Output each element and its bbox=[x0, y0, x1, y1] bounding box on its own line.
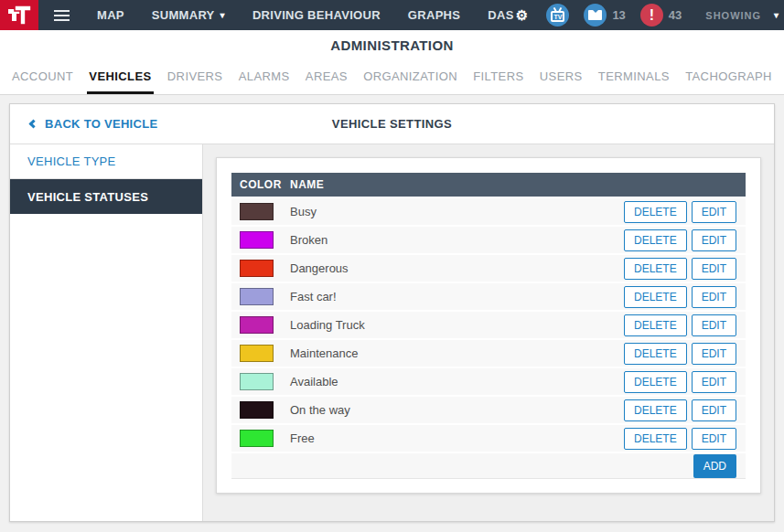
color-cell bbox=[231, 260, 290, 277]
nav-item-dashboard[interactable]: DAS⚙ bbox=[474, 8, 532, 22]
status-name: Loading Truck bbox=[290, 318, 624, 332]
alerts-button[interactable]: ! bbox=[640, 4, 663, 27]
status-color-swatch bbox=[240, 260, 274, 277]
add-button[interactable]: ADD bbox=[693, 454, 736, 478]
actions-cell: DELETE EDIT bbox=[624, 371, 746, 393]
delete-button[interactable]: DELETE bbox=[624, 314, 687, 336]
back-to-vehicle-link[interactable]: BACK TO VEHICLE bbox=[30, 117, 157, 131]
edit-button[interactable]: EDIT bbox=[692, 229, 736, 251]
tv-button[interactable]: TV bbox=[546, 4, 569, 27]
status-name: Busy bbox=[290, 205, 624, 218]
column-header-name: NAME bbox=[290, 178, 736, 191]
nav-item-graphs[interactable]: GRAPHS bbox=[394, 8, 474, 22]
edit-button[interactable]: EDIT bbox=[692, 286, 736, 308]
panel-header: BACK TO VEHICLE VEHICLE SETTINGS bbox=[10, 104, 774, 144]
status-name: Broken bbox=[290, 233, 624, 247]
table-header: COLOR NAME bbox=[231, 173, 746, 197]
status-color-swatch bbox=[240, 288, 274, 305]
tab-terminals[interactable]: TERMINALS bbox=[596, 60, 671, 94]
edit-button[interactable]: EDIT bbox=[692, 314, 736, 336]
page-background: BACK TO VEHICLE VEHICLE SETTINGS VEHICLE… bbox=[0, 95, 784, 532]
delete-button[interactable]: DELETE bbox=[624, 343, 687, 365]
nav-item-summary[interactable]: SUMMARY ▾ bbox=[138, 8, 239, 22]
delete-button[interactable]: DELETE bbox=[624, 258, 687, 280]
status-color-swatch bbox=[240, 430, 274, 447]
delete-button[interactable]: DELETE bbox=[624, 229, 687, 251]
panel-body: VEHICLE TYPE VEHICLE STATUSES COLOR NAME… bbox=[10, 144, 774, 521]
actions-cell: DELETE EDIT bbox=[624, 286, 746, 308]
color-cell bbox=[231, 401, 290, 419]
table-row: Broken DELETE EDIT bbox=[231, 227, 746, 253]
table-row: Busy DELETE EDIT bbox=[231, 198, 746, 225]
nav-item-map[interactable]: MAP bbox=[83, 8, 138, 22]
top-navigation-bar: MAP SUMMARY ▾ DRIVING BEHAVIOUR GRAPHS D… bbox=[0, 0, 784, 30]
edit-button[interactable]: EDIT bbox=[692, 399, 736, 421]
tab-filters[interactable]: FILTERS bbox=[471, 60, 525, 94]
delete-button[interactable]: DELETE bbox=[624, 399, 687, 421]
color-cell bbox=[231, 203, 290, 220]
color-cell bbox=[231, 373, 290, 390]
actions-cell: DELETE EDIT bbox=[624, 399, 746, 421]
sidebar-item-vehicle-type[interactable]: VEHICLE TYPE bbox=[10, 144, 202, 179]
delete-button[interactable]: DELETE bbox=[624, 371, 687, 393]
tab-users[interactable]: USERS bbox=[538, 60, 585, 94]
tab-areas[interactable]: AREAS bbox=[304, 60, 349, 94]
status-name: Dangerous bbox=[290, 261, 624, 275]
tab-drivers[interactable]: DRIVERS bbox=[166, 60, 225, 94]
table-row: Dangerous DELETE EDIT bbox=[231, 255, 746, 282]
actions-cell: DELETE EDIT bbox=[624, 201, 746, 223]
sidebar-item-vehicle-statuses[interactable]: VEHICLE STATUSES bbox=[10, 179, 202, 214]
content-area: COLOR NAME Busy DELETE EDIT bbox=[203, 144, 774, 521]
delete-button[interactable]: DELETE bbox=[624, 428, 687, 450]
nav-graphs-label: GRAPHS bbox=[408, 8, 460, 22]
messages-button[interactable] bbox=[584, 4, 607, 27]
caret-down-icon: ▾ bbox=[774, 10, 779, 20]
actions-cell: DELETE EDIT bbox=[624, 258, 746, 280]
tab-organization[interactable]: ORGANIZATION bbox=[361, 60, 459, 94]
gear-icon: ⚙ bbox=[516, 8, 529, 22]
nav-item-driving-behaviour[interactable]: DRIVING BEHAVIOUR bbox=[239, 8, 394, 22]
delete-button[interactable]: DELETE bbox=[624, 201, 687, 223]
status-color-swatch bbox=[240, 401, 274, 419]
status-color-swatch bbox=[240, 231, 274, 249]
logo-tt-icon bbox=[7, 4, 32, 27]
color-cell bbox=[231, 345, 290, 362]
tab-vehicles[interactable]: VEHICLES bbox=[87, 60, 153, 94]
color-cell bbox=[231, 430, 290, 447]
status-color-swatch bbox=[240, 316, 274, 334]
alert-exclamation-icon: ! bbox=[650, 8, 654, 23]
color-cell bbox=[231, 316, 290, 334]
delete-button[interactable]: DELETE bbox=[624, 286, 687, 308]
actions-cell: DELETE EDIT bbox=[624, 428, 746, 450]
column-header-color: COLOR bbox=[231, 178, 290, 191]
nav-map-label: MAP bbox=[97, 8, 124, 22]
nav-driving-label: DRIVING BEHAVIOUR bbox=[252, 8, 381, 22]
showing-dropdown[interactable]: SHOWING ▾ bbox=[705, 10, 779, 21]
admin-tab-bar: ACCOUNT VEHICLES DRIVERS ALARMS AREAS OR… bbox=[0, 60, 784, 95]
nav-summary-label: SUMMARY bbox=[152, 8, 215, 22]
table-row: Fast car! DELETE EDIT bbox=[231, 283, 746, 310]
settings-sidebar: VEHICLE TYPE VEHICLE STATUSES bbox=[10, 144, 203, 521]
edit-button[interactable]: EDIT bbox=[692, 371, 736, 393]
status-name: Maintenance bbox=[290, 346, 624, 360]
edit-button[interactable]: EDIT bbox=[692, 258, 736, 280]
actions-cell: DELETE EDIT bbox=[624, 314, 746, 336]
color-cell bbox=[231, 231, 290, 249]
messages-count: 13 bbox=[612, 8, 625, 22]
edit-button[interactable]: EDIT bbox=[692, 428, 736, 450]
tab-alarms[interactable]: ALARMS bbox=[237, 60, 292, 94]
actions-cell: DELETE EDIT bbox=[624, 229, 746, 251]
edit-button[interactable]: EDIT bbox=[692, 343, 736, 365]
status-name: On the way bbox=[290, 403, 624, 417]
tab-tachograph[interactable]: TACHOGRAPH bbox=[683, 60, 774, 94]
tab-account[interactable]: ACCOUNT bbox=[10, 60, 75, 94]
status-name: Available bbox=[290, 375, 624, 388]
status-color-swatch bbox=[240, 345, 274, 362]
table-row: Loading Truck DELETE EDIT bbox=[231, 312, 746, 338]
edit-button[interactable]: EDIT bbox=[692, 201, 736, 223]
status-name: Free bbox=[290, 431, 624, 445]
menu-icon[interactable] bbox=[38, 15, 83, 16]
caret-down-icon: ▾ bbox=[220, 10, 225, 20]
brand-logo[interactable] bbox=[0, 0, 38, 30]
table-footer: ADD bbox=[231, 453, 746, 479]
